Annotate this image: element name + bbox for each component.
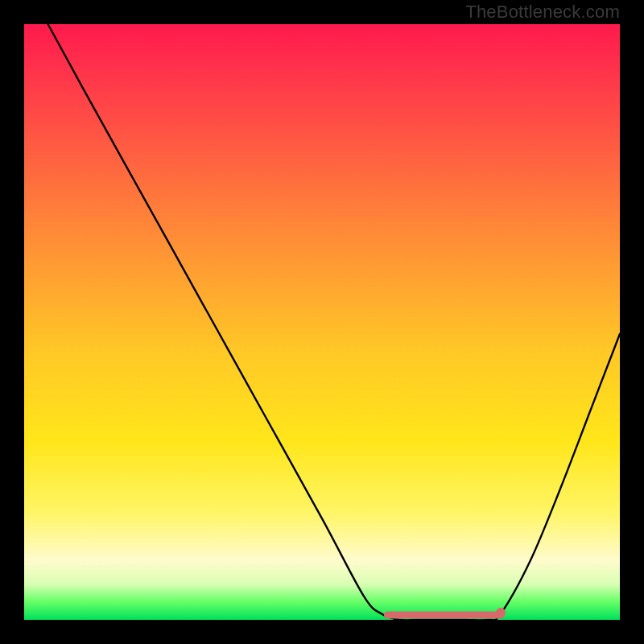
bottleneck-curve-svg — [24, 24, 620, 620]
watermark-text: TheBottleneck.com — [465, 2, 620, 23]
bottleneck-curve — [48, 24, 620, 621]
optimal-marker-dot — [496, 608, 506, 617]
plot-area — [24, 24, 620, 620]
chart-frame: TheBottleneck.com — [0, 0, 644, 644]
